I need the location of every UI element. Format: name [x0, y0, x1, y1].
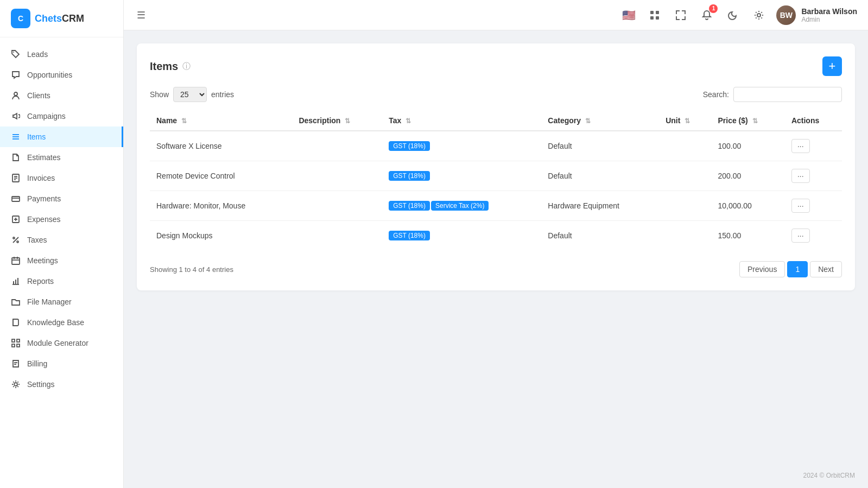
sidebar-item-billing[interactable]: Billing	[0, 353, 123, 374]
sidebar-item-taxes[interactable]: Taxes	[0, 230, 123, 250]
sort-unit-icon[interactable]: ⇅	[685, 117, 690, 125]
sidebar-item-label: Items	[27, 132, 46, 141]
svg-rect-20	[13, 281, 14, 284]
sort-category-icon[interactable]: ⇅	[585, 117, 591, 125]
action-button-2[interactable]: ···	[791, 199, 810, 213]
action-button-0[interactable]: ···	[791, 139, 810, 153]
language-flag[interactable]: 🇺🇸	[620, 7, 637, 24]
svg-rect-31	[650, 11, 654, 14]
hamburger-icon[interactable]: ☰	[135, 7, 148, 23]
show-entries: Show 10 25 50 100 entries	[150, 87, 234, 102]
cell-tax: GST (18%)	[382, 221, 541, 251]
cell-tax: GST (18%)	[382, 131, 541, 161]
entries-select[interactable]: 10 25 50 100	[173, 87, 207, 102]
sidebar-item-items[interactable]: Items	[0, 126, 123, 147]
cell-price: 150.00	[711, 221, 784, 251]
user-area[interactable]: BW Barbara Wilson Admin	[776, 5, 857, 25]
sidebar-item-label: Knowledge Base	[27, 318, 84, 327]
sidebar-item-leads[interactable]: Leads	[0, 44, 123, 65]
sidebar-item-label: Reports	[27, 277, 54, 286]
header-right: 🇺🇸 1 BW Barbara Wilso	[620, 5, 857, 25]
tax-badge: Service Tax (2%)	[431, 201, 489, 211]
pagination-wrap: Showing 1 to 4 of 4 entries Previous 1 N…	[150, 261, 842, 277]
logo-text: ChetsCRM	[35, 13, 84, 24]
page-title-wrap: Items ⓘ	[150, 60, 191, 73]
table-body: Software X License GST (18%) Default 100…	[150, 131, 842, 250]
table-row: Software X License GST (18%) Default 100…	[150, 131, 842, 161]
sidebar-item-settings[interactable]: Settings	[0, 374, 123, 395]
search-label: Search:	[703, 90, 729, 99]
show-label: Show	[150, 90, 169, 99]
entries-label: entries	[211, 90, 234, 99]
sidebar-item-campaigns[interactable]: Campaigns	[0, 106, 123, 126]
sidebar-item-invoices[interactable]: Invoices	[0, 168, 123, 188]
page-1-button[interactable]: 1	[787, 261, 808, 277]
sidebar-item-label: Billing	[27, 359, 47, 368]
main-area: ☰ 🇺🇸 1 BW	[124, 0, 868, 488]
sidebar-item-reports[interactable]: Reports	[0, 271, 123, 291]
svg-rect-25	[17, 339, 20, 342]
sidebar-item-file-manager[interactable]: File Manager	[0, 291, 123, 312]
sidebar-item-knowledge-base[interactable]: Knowledge Base	[0, 312, 123, 333]
table-row: Design Mockups GST (18%) Default 150.00 …	[150, 221, 842, 251]
sidebar-item-expenses[interactable]: Expenses	[0, 209, 123, 230]
sidebar-item-meetings[interactable]: Meetings	[0, 250, 123, 271]
sidebar-nav: Leads Opportunities Clients Campaigns It…	[0, 37, 123, 488]
col-unit: Unit ⇅	[659, 111, 711, 131]
cell-actions: ···	[785, 131, 842, 161]
svg-point-35	[757, 14, 761, 17]
grid-icon[interactable]	[646, 7, 663, 24]
expense-icon	[11, 214, 21, 224]
svg-rect-32	[656, 11, 659, 14]
folder-icon	[11, 297, 21, 307]
content-area: Items ⓘ + Show 10 25 50 100 entries	[124, 30, 868, 463]
search-input[interactable]	[733, 87, 842, 102]
fullscreen-icon[interactable]	[672, 7, 689, 24]
cell-actions: ···	[785, 191, 842, 221]
cell-price: 10,000.00	[711, 191, 784, 221]
action-button-3[interactable]: ···	[791, 229, 810, 243]
sort-description-icon[interactable]: ⇅	[345, 117, 350, 125]
sidebar-item-label: Expenses	[27, 215, 60, 224]
pagination: Previous 1 Next	[739, 261, 842, 277]
sidebar-item-module-generator[interactable]: Module Generator	[0, 333, 123, 353]
page-header: Items ⓘ +	[150, 56, 842, 76]
sidebar-item-payments[interactable]: Payments	[0, 188, 123, 209]
sidebar-item-clients[interactable]: Clients	[0, 85, 123, 106]
svg-point-14	[17, 241, 18, 243]
sort-price-icon[interactable]: ⇅	[752, 117, 758, 125]
svg-rect-24	[12, 339, 15, 342]
svg-rect-26	[12, 344, 15, 347]
sort-name-icon[interactable]: ⇅	[181, 117, 187, 125]
notification-icon[interactable]: 1	[698, 7, 715, 24]
previous-button[interactable]: Previous	[739, 261, 785, 277]
settings-icon[interactable]	[750, 7, 768, 24]
sort-tax-icon[interactable]: ⇅	[406, 117, 411, 125]
user-info: Barbara Wilson Admin	[801, 7, 857, 23]
sidebar-item-estimates[interactable]: Estimates	[0, 147, 123, 168]
sidebar-item-opportunities[interactable]: Opportunities	[0, 65, 123, 85]
sidebar-item-label: Invoices	[27, 174, 55, 182]
cell-category: Default	[541, 221, 659, 251]
svg-point-13	[13, 237, 15, 239]
grid-icon	[11, 338, 21, 348]
logo[interactable]: C ChetsCRM	[0, 0, 123, 37]
sidebar-item-label: Payments	[27, 194, 61, 203]
dark-mode-icon[interactable]	[724, 7, 742, 24]
action-button-1[interactable]: ···	[791, 169, 810, 183]
items-table: Name ⇅ Description ⇅ Tax ⇅ Category ⇅ Un…	[150, 111, 842, 250]
next-button[interactable]: Next	[810, 261, 842, 277]
cell-category: Default	[541, 131, 659, 161]
cell-unit	[659, 161, 711, 191]
add-item-button[interactable]: +	[822, 56, 842, 76]
info-icon[interactable]: ⓘ	[182, 61, 191, 72]
svg-point-0	[13, 52, 14, 53]
table-controls: Show 10 25 50 100 entries Search:	[150, 87, 842, 102]
svg-rect-22	[17, 278, 18, 284]
svg-rect-34	[656, 16, 659, 20]
table-row: Remote Device Control GST (18%) Default …	[150, 161, 842, 191]
cell-tax: GST (18%)	[382, 161, 541, 191]
cell-description	[292, 131, 382, 161]
col-category: Category ⇅	[541, 111, 659, 131]
chat-icon	[11, 70, 21, 80]
